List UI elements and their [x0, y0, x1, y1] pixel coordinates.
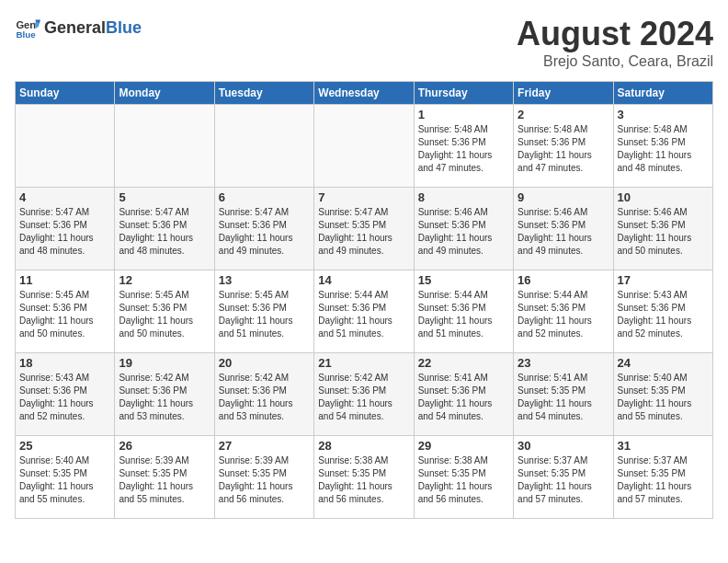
day-cell: 28Sunrise: 5:38 AM Sunset: 5:35 PM Dayli…	[314, 436, 414, 519]
day-number: 6	[219, 190, 310, 204]
svg-text:Blue: Blue	[16, 29, 36, 40]
day-cell: 27Sunrise: 5:39 AM Sunset: 5:35 PM Dayli…	[214, 436, 313, 519]
logo-text: GeneralBlue	[44, 18, 142, 38]
day-number: 25	[19, 439, 110, 453]
day-cell: 16Sunrise: 5:44 AM Sunset: 5:36 PM Dayli…	[514, 270, 613, 353]
day-cell: 9Sunrise: 5:46 AM Sunset: 5:36 PM Daylig…	[514, 188, 613, 270]
logo-general: General	[44, 18, 106, 37]
day-info: Sunrise: 5:46 AM Sunset: 5:36 PM Dayligh…	[418, 206, 509, 258]
day-cell: 3Sunrise: 5:48 AM Sunset: 5:36 PM Daylig…	[613, 105, 712, 188]
calendar-header-row: SundayMondayTuesdayWednesdayThursdayFrid…	[16, 82, 713, 105]
day-cell: 20Sunrise: 5:42 AM Sunset: 5:36 PM Dayli…	[214, 353, 313, 436]
location-title: Brejo Santo, Ceara, Brazil	[517, 53, 713, 70]
day-cell: 26Sunrise: 5:39 AM Sunset: 5:35 PM Dayli…	[115, 436, 214, 519]
col-header-monday: Monday	[115, 82, 214, 105]
day-info: Sunrise: 5:40 AM Sunset: 5:35 PM Dayligh…	[19, 454, 110, 506]
day-number: 16	[518, 273, 609, 287]
empty-day-cell	[214, 105, 313, 188]
day-number: 29	[418, 439, 509, 453]
day-cell: 19Sunrise: 5:42 AM Sunset: 5:36 PM Dayli…	[115, 353, 214, 436]
day-number: 12	[119, 273, 210, 287]
day-cell: 12Sunrise: 5:45 AM Sunset: 5:36 PM Dayli…	[115, 270, 214, 353]
day-cell: 22Sunrise: 5:41 AM Sunset: 5:36 PM Dayli…	[414, 353, 513, 436]
day-info: Sunrise: 5:48 AM Sunset: 5:36 PM Dayligh…	[618, 123, 709, 175]
col-header-friday: Friday	[514, 82, 613, 105]
day-info: Sunrise: 5:46 AM Sunset: 5:36 PM Dayligh…	[618, 206, 709, 258]
day-number: 9	[518, 190, 609, 204]
day-cell: 13Sunrise: 5:45 AM Sunset: 5:36 PM Dayli…	[214, 270, 313, 353]
day-info: Sunrise: 5:47 AM Sunset: 5:35 PM Dayligh…	[318, 206, 409, 258]
calendar-week-row: 18Sunrise: 5:43 AM Sunset: 5:36 PM Dayli…	[16, 353, 713, 436]
col-header-tuesday: Tuesday	[214, 82, 313, 105]
day-info: Sunrise: 5:44 AM Sunset: 5:36 PM Dayligh…	[318, 289, 409, 340]
day-cell: 23Sunrise: 5:41 AM Sunset: 5:35 PM Dayli…	[514, 353, 613, 436]
day-number: 13	[219, 273, 310, 287]
day-info: Sunrise: 5:45 AM Sunset: 5:36 PM Dayligh…	[219, 289, 310, 340]
day-number: 5	[119, 190, 210, 204]
day-number: 31	[618, 439, 709, 453]
day-cell: 18Sunrise: 5:43 AM Sunset: 5:36 PM Dayli…	[16, 353, 115, 436]
day-number: 28	[318, 439, 409, 453]
day-info: Sunrise: 5:42 AM Sunset: 5:36 PM Dayligh…	[318, 372, 409, 423]
day-number: 21	[318, 356, 409, 370]
day-cell: 2Sunrise: 5:48 AM Sunset: 5:36 PM Daylig…	[514, 105, 613, 188]
day-cell: 24Sunrise: 5:40 AM Sunset: 5:35 PM Dayli…	[613, 353, 712, 436]
day-number: 27	[219, 439, 310, 453]
calendar-week-row: 25Sunrise: 5:40 AM Sunset: 5:35 PM Dayli…	[16, 436, 713, 519]
day-info: Sunrise: 5:38 AM Sunset: 5:35 PM Dayligh…	[418, 454, 509, 506]
day-cell: 4Sunrise: 5:47 AM Sunset: 5:36 PM Daylig…	[16, 188, 115, 270]
col-header-saturday: Saturday	[613, 82, 712, 105]
day-info: Sunrise: 5:42 AM Sunset: 5:36 PM Dayligh…	[219, 372, 310, 423]
day-info: Sunrise: 5:41 AM Sunset: 5:35 PM Dayligh…	[518, 372, 609, 423]
day-cell: 5Sunrise: 5:47 AM Sunset: 5:36 PM Daylig…	[115, 188, 214, 270]
day-number: 8	[418, 190, 509, 204]
col-header-sunday: Sunday	[16, 82, 115, 105]
day-cell: 29Sunrise: 5:38 AM Sunset: 5:35 PM Dayli…	[414, 436, 513, 519]
calendar-week-row: 11Sunrise: 5:45 AM Sunset: 5:36 PM Dayli…	[16, 270, 713, 353]
day-cell: 7Sunrise: 5:47 AM Sunset: 5:35 PM Daylig…	[314, 188, 414, 270]
day-number: 17	[618, 273, 709, 287]
day-info: Sunrise: 5:39 AM Sunset: 5:35 PM Dayligh…	[119, 454, 210, 506]
day-info: Sunrise: 5:44 AM Sunset: 5:36 PM Dayligh…	[518, 289, 609, 340]
day-info: Sunrise: 5:46 AM Sunset: 5:36 PM Dayligh…	[518, 206, 609, 258]
day-info: Sunrise: 5:43 AM Sunset: 5:36 PM Dayligh…	[19, 372, 110, 423]
day-info: Sunrise: 5:47 AM Sunset: 5:36 PM Dayligh…	[219, 206, 310, 258]
calendar-week-row: 4Sunrise: 5:47 AM Sunset: 5:36 PM Daylig…	[16, 188, 713, 270]
day-cell: 11Sunrise: 5:45 AM Sunset: 5:36 PM Dayli…	[16, 270, 115, 353]
month-title: August 2024	[517, 15, 713, 53]
title-section: August 2024 Brejo Santo, Ceara, Brazil	[517, 15, 713, 70]
day-info: Sunrise: 5:39 AM Sunset: 5:35 PM Dayligh…	[219, 454, 310, 506]
day-info: Sunrise: 5:37 AM Sunset: 5:35 PM Dayligh…	[518, 454, 609, 506]
day-number: 19	[119, 356, 210, 370]
day-cell: 17Sunrise: 5:43 AM Sunset: 5:36 PM Dayli…	[613, 270, 712, 353]
day-info: Sunrise: 5:41 AM Sunset: 5:36 PM Dayligh…	[418, 372, 509, 423]
day-number: 15	[418, 273, 509, 287]
day-number: 26	[119, 439, 210, 453]
day-cell: 14Sunrise: 5:44 AM Sunset: 5:36 PM Dayli…	[314, 270, 414, 353]
col-header-wednesday: Wednesday	[314, 82, 414, 105]
col-header-thursday: Thursday	[414, 82, 513, 105]
day-cell: 1Sunrise: 5:48 AM Sunset: 5:36 PM Daylig…	[414, 105, 513, 188]
logo-icon: Gen Blue	[15, 15, 40, 40]
page-header: Gen Blue GeneralBlue August 2024 Brejo S…	[15, 15, 713, 70]
day-cell: 15Sunrise: 5:44 AM Sunset: 5:36 PM Dayli…	[414, 270, 513, 353]
day-cell: 6Sunrise: 5:47 AM Sunset: 5:36 PM Daylig…	[214, 188, 313, 270]
day-number: 24	[618, 356, 709, 370]
day-info: Sunrise: 5:45 AM Sunset: 5:36 PM Dayligh…	[119, 289, 210, 340]
day-cell: 10Sunrise: 5:46 AM Sunset: 5:36 PM Dayli…	[613, 188, 712, 270]
day-number: 22	[418, 356, 509, 370]
empty-day-cell	[115, 105, 214, 188]
day-info: Sunrise: 5:43 AM Sunset: 5:36 PM Dayligh…	[618, 289, 709, 340]
day-info: Sunrise: 5:48 AM Sunset: 5:36 PM Dayligh…	[418, 123, 509, 175]
day-info: Sunrise: 5:45 AM Sunset: 5:36 PM Dayligh…	[19, 289, 110, 340]
day-number: 7	[318, 190, 409, 204]
day-info: Sunrise: 5:40 AM Sunset: 5:35 PM Dayligh…	[618, 372, 709, 423]
day-cell: 30Sunrise: 5:37 AM Sunset: 5:35 PM Dayli…	[514, 436, 613, 519]
empty-day-cell	[314, 105, 414, 188]
day-info: Sunrise: 5:44 AM Sunset: 5:36 PM Dayligh…	[418, 289, 509, 340]
empty-day-cell	[16, 105, 115, 188]
day-number: 30	[518, 439, 609, 453]
day-info: Sunrise: 5:37 AM Sunset: 5:35 PM Dayligh…	[618, 454, 709, 506]
day-cell: 25Sunrise: 5:40 AM Sunset: 5:35 PM Dayli…	[16, 436, 115, 519]
day-info: Sunrise: 5:42 AM Sunset: 5:36 PM Dayligh…	[119, 372, 210, 423]
